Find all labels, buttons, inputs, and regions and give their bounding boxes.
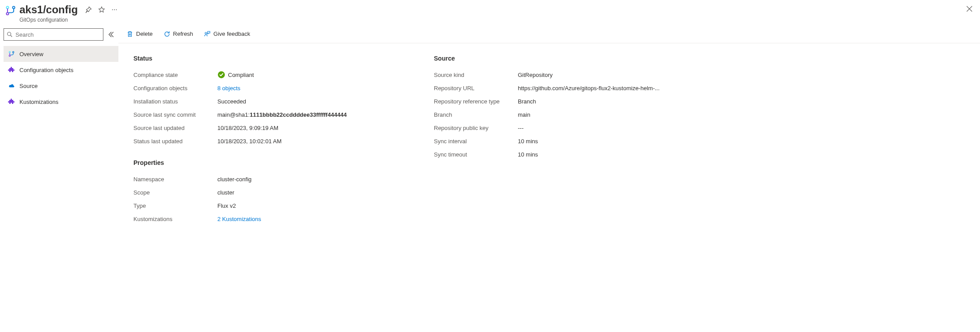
commit-prefix: main@sha1: — [217, 111, 250, 118]
repo-url-value: https://github.com/Azure/gitops-flux2-ku… — [518, 85, 660, 92]
sync-timeout-label: Sync timeout — [434, 151, 518, 158]
feedback-button[interactable]: Give feedback — [200, 29, 254, 39]
nav-label: Kustomizations — [19, 99, 58, 105]
status-updated-value: 10/18/2023, 10:02:01 AM — [217, 138, 281, 145]
compliance-label: Compliance state — [133, 72, 217, 78]
refresh-icon — [163, 31, 171, 38]
toolbar: Delete Refresh Give feedback — [118, 25, 980, 43]
svg-point-7 — [9, 51, 10, 53]
sidebar: Overview Configuration objects Source Ku… — [0, 25, 118, 230]
delete-button[interactable]: Delete — [123, 29, 156, 39]
refresh-button[interactable]: Refresh — [160, 29, 197, 39]
star-icon[interactable] — [98, 6, 105, 13]
nav-overview[interactable]: Overview — [4, 46, 118, 62]
page-subtitle: GitOps configuration — [19, 17, 118, 23]
gitops-small-icon — [8, 50, 15, 57]
nav-config-objects[interactable]: Configuration objects — [4, 62, 118, 78]
svg-point-8 — [9, 55, 10, 56]
source-heading: Source — [434, 55, 717, 62]
sync-timeout-value: 10 mins — [518, 151, 538, 158]
commit-value: main@sha1:1111bbbb22ccddddee33ffffff4444… — [217, 111, 347, 118]
reftype-label: Repository reference type — [434, 98, 518, 105]
person-feedback-icon — [204, 31, 211, 38]
namespace-label: Namespace — [133, 176, 217, 183]
kustomizations-label: Kustomizations — [133, 216, 217, 222]
reftype-value: Branch — [518, 98, 536, 105]
install-status-value: Succeeded — [217, 98, 246, 105]
puzzle-icon — [8, 98, 15, 105]
svg-point-1 — [6, 12, 8, 15]
properties-heading: Properties — [133, 159, 416, 166]
svg-point-9 — [12, 51, 14, 53]
puzzle-icon — [8, 66, 15, 73]
nav-source[interactable]: Source — [4, 78, 118, 94]
nav-label: Overview — [19, 51, 43, 57]
toolbar-label: Delete — [136, 31, 153, 37]
scope-label: Scope — [133, 189, 217, 196]
kustomizations-link[interactable]: 2 Kustomizations — [217, 216, 261, 222]
scope-value: cluster — [217, 189, 234, 196]
src-updated-value: 10/18/2023, 9:09:19 AM — [217, 125, 278, 131]
pubkey-label: Repository public key — [434, 125, 518, 131]
nav-label: Source — [19, 83, 38, 89]
sync-interval-label: Sync interval — [434, 138, 518, 145]
cloud-icon — [8, 82, 15, 89]
more-icon[interactable] — [111, 7, 118, 13]
gitops-icon — [4, 4, 17, 17]
collapse-sidebar-icon[interactable] — [107, 31, 115, 38]
svg-point-0 — [6, 6, 8, 8]
source-kind-label: Source kind — [434, 72, 518, 78]
search-icon — [7, 31, 13, 38]
close-button[interactable] — [966, 5, 973, 14]
search-input-wrapper[interactable] — [4, 28, 103, 41]
svg-point-2 — [12, 6, 15, 8]
repo-url-label: Repository URL — [434, 85, 518, 92]
commit-label: Source last sync commit — [133, 111, 217, 118]
page-header: aks1/config GitOps configuration — [0, 0, 980, 25]
status-updated-label: Status last updated — [133, 138, 217, 145]
namespace-value: cluster-config — [217, 176, 251, 183]
compliance-value: Compliant — [217, 71, 254, 79]
check-circle-icon — [217, 71, 225, 79]
branch-label: Branch — [434, 111, 518, 118]
svg-point-6 — [8, 32, 11, 36]
branch-value: main — [518, 111, 530, 118]
toolbar-label: Refresh — [173, 31, 194, 37]
svg-point-5 — [116, 9, 117, 10]
compliance-text: Compliant — [228, 72, 254, 78]
sidebar-nav: Overview Configuration objects Source Ku… — [4, 46, 118, 110]
svg-point-10 — [205, 32, 207, 34]
install-status-label: Installation status — [133, 98, 217, 105]
svg-point-3 — [112, 9, 113, 10]
source-column: Source Source kind GitRepository Reposit… — [434, 55, 717, 225]
config-objects-link[interactable]: 8 objects — [217, 85, 240, 92]
nav-label: Configuration objects — [19, 67, 73, 73]
commit-hash: 1111bbbb22ccddddee33ffffff444444 — [250, 111, 347, 118]
main-panel: Delete Refresh Give feedback Status Comp… — [118, 25, 980, 230]
src-updated-label: Source last updated — [133, 125, 217, 131]
search-input[interactable] — [15, 31, 100, 38]
pubkey-value: --- — [518, 125, 524, 131]
config-objects-label: Configuration objects — [133, 85, 217, 92]
status-properties-column: Status Compliance state Compliant Config… — [133, 55, 416, 225]
sync-interval-value: 10 mins — [518, 138, 538, 145]
type-label: Type — [133, 202, 217, 209]
page-title: aks1/config — [19, 4, 78, 16]
svg-point-4 — [114, 9, 115, 10]
pin-icon[interactable] — [85, 6, 92, 13]
trash-icon — [126, 31, 133, 38]
status-heading: Status — [133, 55, 416, 62]
type-value: Flux v2 — [217, 202, 236, 209]
source-kind-value: GitRepository — [518, 72, 553, 78]
toolbar-label: Give feedback — [213, 31, 250, 37]
nav-kustomizations[interactable]: Kustomizations — [4, 94, 118, 110]
